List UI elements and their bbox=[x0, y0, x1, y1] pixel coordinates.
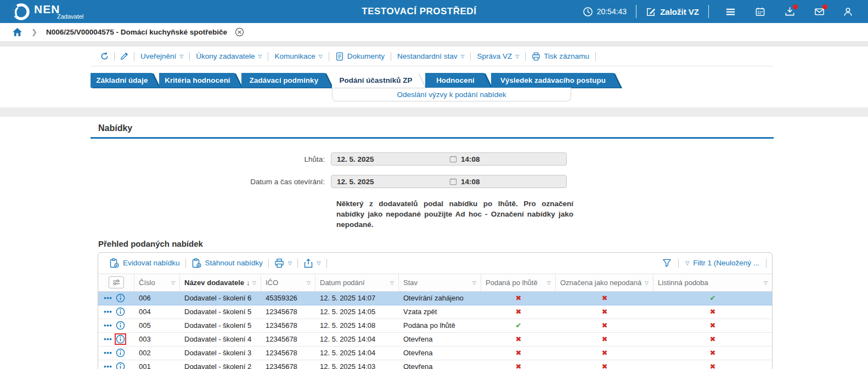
filter-caret-icon[interactable]: ▽ bbox=[547, 281, 551, 286]
toolbar-item-sprava-vz[interactable]: Správa VZ ▽ bbox=[471, 52, 525, 60]
tab-podani-ucastniku-zp[interactable]: Podání účastníků ZP bbox=[332, 73, 425, 88]
row-actions-icon[interactable] bbox=[104, 321, 112, 330]
tab-zakladni-udaje[interactable]: Základní údaje bbox=[91, 73, 159, 88]
toolbar-item-nestandardni-stav[interactable]: Nestandardní stav ▽ bbox=[391, 52, 470, 60]
calendar-button[interactable] bbox=[755, 7, 765, 17]
column-header-cislo[interactable]: Číslo ▽ bbox=[134, 274, 180, 291]
column-header-nazev-dodavatele[interactable]: Název dodavatele↓ ▽ bbox=[180, 274, 261, 291]
row-actions-icon[interactable] bbox=[104, 362, 112, 369]
filter-caret-icon[interactable]: ▽ bbox=[390, 281, 394, 286]
tab-zadavaci-podminky[interactable]: Zadávací podmínky bbox=[241, 73, 332, 88]
active-filter-selector[interactable]: ▽ Filtr 1 (Neuložený ... bbox=[679, 259, 766, 267]
column-label: IČO bbox=[266, 279, 278, 287]
home-button[interactable] bbox=[12, 27, 22, 37]
filter-button[interactable] bbox=[656, 258, 678, 268]
column-label: Listinná podoba bbox=[658, 279, 708, 287]
submenu-link-odeslani-vyzvy[interactable]: Odeslání výzvy k podání nabídek bbox=[397, 90, 506, 99]
check-icon: ✔ bbox=[653, 292, 772, 305]
caret-down-icon: ▽ bbox=[317, 261, 321, 266]
evidovat-nabidku-button[interactable]: Evidovat nabídku bbox=[104, 258, 185, 268]
table-row[interactable]: 002Dodavatel - školení 31234567812. 5. 2… bbox=[98, 347, 772, 360]
cell-ico: 12345678 bbox=[261, 305, 315, 319]
toolbar-item-ukony-zadavatele[interactable]: Úkony zadavatele ▽ bbox=[190, 52, 268, 60]
toolbar-item-uverejneni[interactable]: Uveřejnění ▽ bbox=[134, 52, 189, 60]
cross-icon: ✖ bbox=[556, 347, 653, 360]
row-info-icon[interactable] bbox=[116, 307, 125, 316]
row-actions-icon[interactable] bbox=[104, 294, 112, 302]
row-info-icon[interactable] bbox=[116, 334, 125, 344]
create-vz-label: Založit VZ bbox=[660, 7, 699, 16]
compose-icon bbox=[646, 7, 656, 17]
column-header-ico[interactable]: IČO ▽ bbox=[261, 274, 315, 291]
lhuta-field[interactable]: 12. 5. 2025 14:08 bbox=[331, 152, 567, 166]
divider bbox=[326, 259, 327, 268]
column-settings-button[interactable] bbox=[109, 276, 124, 288]
filter-caret-icon[interactable]: ▽ bbox=[645, 281, 649, 286]
section-title: Nabídky bbox=[91, 122, 774, 139]
column-header-oznacena-jako-nepodana[interactable]: Označena jako nepodaná ▽ bbox=[556, 274, 653, 291]
cell-datum-podani: 12. 5. 2025 14:04 bbox=[315, 333, 399, 346]
column-header-listinna-podoba[interactable]: Listinná podoba ▽ bbox=[653, 274, 772, 291]
filter-caret-icon[interactable]: ▽ bbox=[764, 281, 768, 286]
filter-caret-icon[interactable]: ▽ bbox=[472, 281, 476, 286]
print-table-button[interactable]: ▽ bbox=[269, 258, 297, 268]
row-actions-icon[interactable] bbox=[104, 335, 112, 343]
refresh-icon bbox=[100, 52, 109, 61]
table-header-row: Číslo ▽ Název dodavatele↓ ▽ IČO ▽ Datum … bbox=[98, 274, 772, 292]
toolbar-item-dokumenty[interactable]: Dokumenty bbox=[329, 52, 391, 61]
row-info-icon[interactable] bbox=[116, 348, 125, 357]
calendar-icon bbox=[755, 7, 765, 17]
table-row[interactable]: 005Dodavatel - školení 51234567812. 5. 2… bbox=[98, 319, 772, 333]
printer-icon bbox=[274, 258, 284, 268]
divider-band bbox=[0, 41, 868, 47]
caret-down-icon: ▽ bbox=[515, 54, 519, 59]
table-row[interactable]: 004Dodavatel - školení 51234567812. 5. 2… bbox=[98, 305, 772, 319]
row-actions-icon[interactable] bbox=[104, 308, 112, 316]
close-icon bbox=[235, 27, 244, 37]
create-vz-button[interactable]: Založit VZ bbox=[646, 7, 699, 17]
toolbar-item-komunikace[interactable]: Komunikace ▽ bbox=[268, 52, 328, 60]
row-info-icon[interactable] bbox=[116, 293, 125, 303]
export-table-button[interactable]: ▽ bbox=[298, 258, 326, 268]
edit-button[interactable] bbox=[115, 52, 134, 61]
downloads-button[interactable] bbox=[785, 7, 795, 17]
cross-icon: ✖ bbox=[481, 347, 556, 360]
row-actions-icon[interactable] bbox=[104, 349, 112, 357]
column-label: Označena jako nepodaná bbox=[560, 279, 641, 287]
column-header-stav[interactable]: Stav ▽ bbox=[399, 274, 481, 291]
filter-caret-icon[interactable]: ▽ bbox=[307, 281, 311, 286]
filter-caret-icon[interactable]: ▽ bbox=[252, 281, 256, 286]
column-header-datum-podani[interactable]: Datum podání ▽ bbox=[315, 274, 399, 291]
column-header-podana-po-lhute[interactable]: Podaná po lhůtě ▽ bbox=[481, 274, 556, 291]
table-row[interactable]: 003Dodavatel - školení 41234567812. 5. 2… bbox=[98, 333, 772, 347]
table-row[interactable]: 001Dodavatel - školení 21234567812. 5. 2… bbox=[98, 360, 772, 369]
record-toolbar: Uveřejnění ▽ Úkony zadavatele ▽ Komunika… bbox=[91, 47, 774, 66]
profile-button[interactable] bbox=[843, 7, 853, 17]
close-record-button[interactable] bbox=[235, 27, 244, 37]
tab-vysledek-zadavaciho-postupu[interactable]: Výsledek zadávacího postupu bbox=[491, 73, 621, 88]
cell-nazev-dodavatele: Dodavatel - školení 5 bbox=[180, 319, 261, 332]
sort-desc-icon: ↓ bbox=[246, 279, 250, 287]
oteviranie-date-value: 12. 5. 2025 bbox=[337, 178, 449, 186]
toolbar-item-tisk-zaznamu[interactable]: Tisk záznamu bbox=[526, 52, 595, 61]
nen-logo[interactable]: NEN Zadavatel bbox=[12, 3, 83, 21]
tab-hodnoceni[interactable]: Hodnocení bbox=[425, 73, 491, 88]
row-tools bbox=[98, 305, 134, 319]
column-label: Číslo bbox=[139, 279, 155, 287]
refresh-button[interactable] bbox=[95, 52, 114, 61]
divider-band bbox=[0, 107, 868, 117]
cell-stav: Otevřena bbox=[399, 333, 481, 346]
breadcrumb-item[interactable]: N006/25/V00004575 - Domácí kuchyňské spo… bbox=[46, 28, 227, 36]
tab-kriteria-hodnoceni[interactable]: Kritéria hodnocení bbox=[159, 73, 241, 88]
cell-stav: Otevřena bbox=[399, 347, 481, 360]
messages-button[interactable] bbox=[814, 7, 825, 17]
stahnout-nabidky-button[interactable]: Stáhnout nabídky bbox=[186, 258, 268, 268]
row-info-icon[interactable] bbox=[116, 362, 125, 369]
filter-caret-icon[interactable]: ▽ bbox=[171, 281, 175, 286]
oteviranie-field[interactable]: 12. 5. 2025 14:08 bbox=[331, 175, 567, 188]
row-info-icon[interactable] bbox=[116, 321, 125, 330]
cell-nazev-dodavatele: Dodavatel - školení 4 bbox=[180, 333, 261, 346]
menu-button[interactable] bbox=[725, 7, 736, 17]
table-row[interactable]: 006Dodavatel - školení 64535932612. 5. 2… bbox=[98, 292, 772, 305]
server-clock: 20:54:43 bbox=[583, 7, 627, 17]
